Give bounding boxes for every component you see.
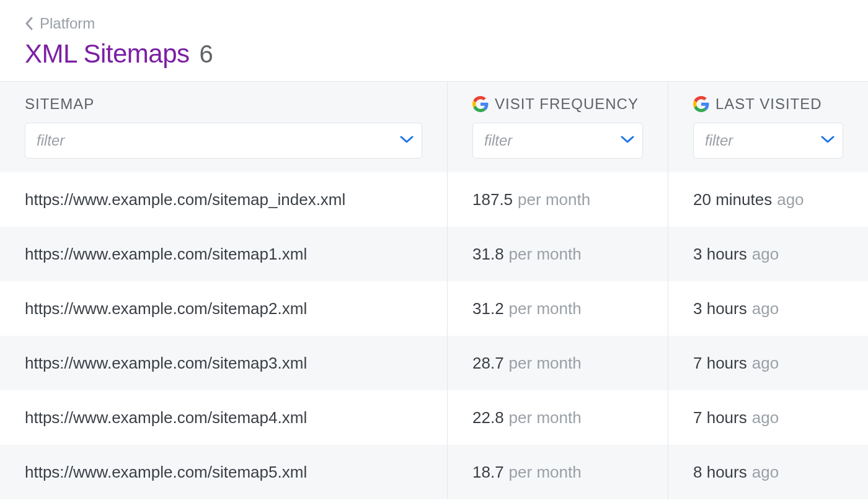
table-row[interactable]: https://www.example.com/sitemap_index.xm… — [0, 172, 868, 227]
table-row[interactable]: https://www.example.com/sitemap1.xml31.8… — [0, 227, 868, 281]
visited-value: 20 minutes — [693, 190, 772, 209]
filter-visit-frequency-input[interactable] — [472, 123, 643, 159]
freq-value: 31.2 — [472, 299, 504, 318]
table-row[interactable]: https://www.example.com/sitemap2.xml31.2… — [0, 281, 868, 336]
sitemaps-table: SITEMAP VISIT FREQUENCY — [0, 81, 868, 499]
cell-sitemap: https://www.example.com/sitemap2.xml — [0, 281, 448, 336]
breadcrumb-label: Platform — [40, 15, 95, 32]
visited-value: 7 hours — [693, 408, 747, 427]
google-icon — [472, 96, 489, 112]
freq-unit: per month — [509, 463, 582, 482]
page-count: 6 — [200, 40, 213, 68]
column-label: VISIT FREQUENCY — [495, 95, 639, 113]
cell-last-visited: 3 hoursago — [668, 227, 868, 281]
sitemap-url: https://www.example.com/sitemap1.xml — [25, 245, 307, 264]
cell-sitemap: https://www.example.com/sitemap5.xml — [0, 445, 448, 499]
table-row[interactable]: https://www.example.com/sitemap3.xml28.7… — [0, 336, 868, 390]
cell-visit-frequency: 31.2per month — [448, 281, 668, 336]
page-title: XML Sitemaps — [25, 39, 190, 69]
freq-value: 31.8 — [472, 245, 504, 264]
table-row[interactable]: https://www.example.com/sitemap4.xml22.8… — [0, 390, 868, 445]
cell-sitemap: https://www.example.com/sitemap1.xml — [0, 227, 448, 281]
visited-suffix: ago — [777, 190, 804, 209]
cell-visit-frequency: 18.7per month — [448, 445, 668, 499]
visited-value: 8 hours — [693, 463, 747, 482]
breadcrumb[interactable]: Platform — [25, 15, 95, 32]
cell-visit-frequency: 187.5per month — [448, 172, 668, 227]
column-label: LAST VISITED — [715, 95, 822, 113]
visited-value: 3 hours — [693, 245, 747, 264]
column-header-visit-frequency: VISIT FREQUENCY — [448, 82, 668, 172]
freq-unit: per month — [509, 299, 582, 318]
cell-last-visited: 20 minutesago — [668, 172, 868, 227]
sitemap-url: https://www.example.com/sitemap2.xml — [25, 299, 307, 318]
visited-value: 3 hours — [693, 299, 747, 318]
cell-visit-frequency: 31.8per month — [448, 227, 668, 281]
google-icon — [693, 96, 709, 112]
visited-suffix: ago — [752, 354, 779, 373]
cell-last-visited: 7 hoursago — [668, 336, 868, 390]
freq-unit: per month — [509, 354, 582, 373]
cell-sitemap: https://www.example.com/sitemap_index.xm… — [0, 172, 448, 227]
cell-last-visited: 3 hoursago — [668, 281, 868, 336]
sitemap-url: https://www.example.com/sitemap3.xml — [25, 354, 307, 373]
visited-value: 7 hours — [693, 354, 747, 373]
filter-visit-frequency[interactable] — [472, 123, 643, 159]
column-header-sitemap: SITEMAP — [0, 82, 448, 172]
filter-sitemap-input[interactable] — [25, 123, 422, 159]
sitemap-url: https://www.example.com/sitemap4.xml — [25, 408, 307, 427]
freq-value: 18.7 — [472, 463, 504, 482]
cell-sitemap: https://www.example.com/sitemap4.xml — [0, 390, 448, 445]
column-header-last-visited: LAST VISITED — [668, 82, 868, 172]
chevron-left-icon — [25, 17, 33, 30]
cell-last-visited: 8 hoursago — [668, 445, 868, 499]
freq-unit: per month — [509, 245, 582, 264]
freq-unit: per month — [509, 408, 582, 427]
freq-unit: per month — [518, 190, 590, 209]
cell-sitemap: https://www.example.com/sitemap3.xml — [0, 336, 448, 390]
freq-value: 28.7 — [472, 354, 504, 373]
visited-suffix: ago — [752, 299, 779, 318]
cell-visit-frequency: 28.7per month — [448, 336, 668, 390]
table-row[interactable]: https://www.example.com/sitemap5.xml18.7… — [0, 445, 868, 499]
filter-sitemap[interactable] — [25, 123, 422, 159]
filter-last-visited[interactable] — [693, 123, 843, 159]
freq-value: 22.8 — [472, 408, 504, 427]
sitemap-url: https://www.example.com/sitemap_index.xm… — [25, 190, 345, 209]
filter-last-visited-input[interactable] — [693, 123, 843, 159]
visited-suffix: ago — [752, 463, 779, 482]
cell-visit-frequency: 22.8per month — [448, 390, 668, 445]
visited-suffix: ago — [752, 408, 779, 427]
cell-last-visited: 7 hoursago — [668, 390, 868, 445]
sitemap-url: https://www.example.com/sitemap5.xml — [25, 463, 307, 482]
freq-value: 187.5 — [472, 190, 513, 209]
visited-suffix: ago — [752, 245, 779, 264]
column-label: SITEMAP — [25, 95, 94, 113]
